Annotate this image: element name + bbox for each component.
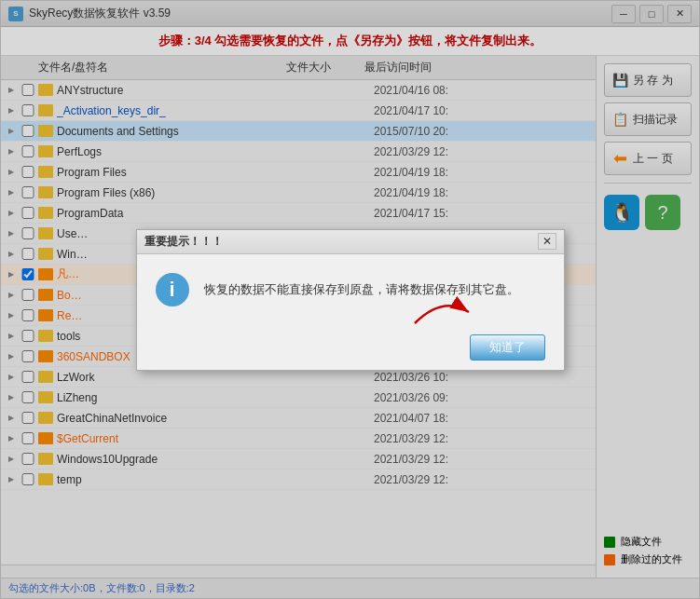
modal-title: 重要提示！！！ [144, 234, 538, 250]
modal-dialog: 重要提示！！！ ✕ i 恢复的数据不能直接保存到原盘，请将数据保存到其它盘。 [136, 229, 565, 371]
button-area: 知道了 [470, 334, 545, 361]
confirm-button[interactable]: 知道了 [470, 334, 545, 361]
main-window: S SkyRecy数据恢复软件 v3.59 ─ □ ✕ 步骤：3/4 勾选需要恢… [0, 0, 700, 599]
modal-overlay: 重要提示！！！ ✕ i 恢复的数据不能直接保存到原盘，请将数据保存到其它盘。 [1, 1, 699, 598]
modal-close-button[interactable]: ✕ [538, 233, 556, 250]
modal-message: 恢复的数据不能直接保存到原盘，请将数据保存到其它盘。 [204, 280, 545, 299]
modal-footer: 知道了 [137, 325, 564, 370]
modal-body: i 恢复的数据不能直接保存到原盘，请将数据保存到其它盘。 [137, 254, 564, 325]
info-icon: i [156, 273, 189, 306]
modal-title-bar: 重要提示！！！ ✕ [137, 230, 564, 254]
